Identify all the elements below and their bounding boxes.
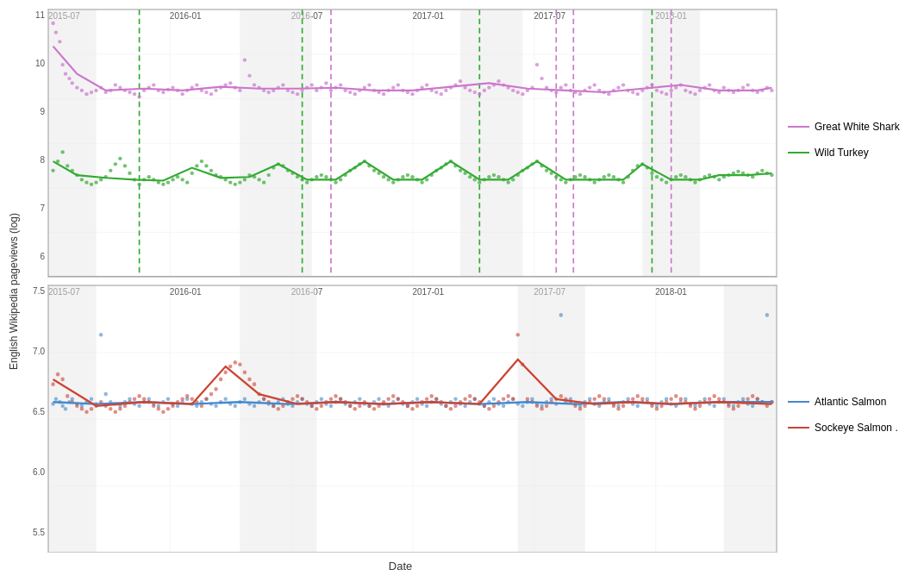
svg-point-298 bbox=[684, 175, 687, 178]
svg-point-23 bbox=[90, 91, 93, 94]
svg-point-363 bbox=[234, 404, 237, 408]
svg-point-555 bbox=[430, 394, 434, 398]
svg-point-178 bbox=[109, 169, 112, 172]
svg-point-586 bbox=[578, 406, 582, 410]
svg-point-81 bbox=[367, 83, 371, 86]
x-axis-label: Date bbox=[389, 560, 412, 573]
svg-point-186 bbox=[147, 175, 151, 178]
svg-point-621 bbox=[746, 397, 749, 401]
svg-point-517 bbox=[247, 377, 251, 381]
svg-point-294 bbox=[665, 181, 668, 185]
svg-point-556 bbox=[434, 397, 438, 401]
svg-point-65 bbox=[290, 91, 294, 94]
svg-point-393 bbox=[377, 397, 380, 401]
svg-point-515 bbox=[238, 362, 241, 366]
svg-point-193 bbox=[180, 178, 184, 181]
svg-point-155 bbox=[722, 86, 726, 90]
svg-point-190 bbox=[166, 181, 170, 185]
svg-point-551 bbox=[410, 406, 414, 410]
svg-point-172 bbox=[80, 178, 84, 181]
svg-point-593 bbox=[612, 404, 615, 408]
svg-point-500 bbox=[166, 406, 170, 410]
svg-point-361 bbox=[223, 397, 227, 401]
svg-point-582 bbox=[559, 394, 563, 398]
y-axis-label: English Wikipedia pageviews (log) bbox=[8, 212, 20, 369]
svg-point-605 bbox=[669, 397, 672, 401]
svg-point-197 bbox=[200, 160, 203, 163]
svg-point-142 bbox=[659, 91, 663, 94]
svg-point-409 bbox=[453, 397, 457, 401]
svg-point-86 bbox=[391, 86, 395, 90]
svg-point-203 bbox=[228, 181, 232, 185]
svg-point-578 bbox=[540, 406, 543, 410]
svg-point-152 bbox=[708, 83, 711, 86]
svg-point-141 bbox=[655, 89, 659, 92]
svg-point-271 bbox=[554, 175, 558, 178]
top-chart-area: 2015-07 2016-01 2016-07 2017-01 2017-07 … bbox=[47, 9, 777, 278]
svg-point-38 bbox=[161, 91, 165, 94]
main-container: English Wikipedia pageviews (log) 11 10 … bbox=[0, 0, 924, 582]
legend-item-shark: Great White Shark bbox=[788, 121, 915, 133]
svg-point-116 bbox=[535, 63, 539, 66]
svg-point-240 bbox=[406, 173, 409, 177]
svg-point-283 bbox=[612, 175, 615, 178]
svg-point-281 bbox=[602, 175, 606, 178]
svg-point-120 bbox=[554, 91, 558, 94]
svg-point-210 bbox=[262, 181, 265, 185]
svg-point-478 bbox=[60, 377, 64, 381]
svg-point-518 bbox=[253, 382, 256, 386]
svg-point-526 bbox=[290, 397, 294, 401]
svg-point-223 bbox=[324, 175, 328, 178]
svg-point-558 bbox=[444, 404, 447, 408]
svg-point-527 bbox=[296, 394, 299, 398]
svg-point-474 bbox=[765, 313, 769, 317]
svg-point-498 bbox=[157, 406, 160, 410]
svg-point-609 bbox=[689, 404, 692, 408]
svg-point-324 bbox=[54, 397, 58, 401]
svg-point-285 bbox=[621, 181, 625, 185]
svg-point-60 bbox=[267, 91, 271, 94]
svg-point-571 bbox=[506, 394, 509, 398]
svg-point-102 bbox=[468, 89, 471, 92]
svg-point-54 bbox=[238, 89, 241, 92]
svg-point-199 bbox=[209, 169, 213, 172]
svg-point-513 bbox=[228, 364, 232, 368]
svg-point-198 bbox=[204, 164, 208, 167]
svg-point-293 bbox=[659, 178, 663, 181]
svg-point-22 bbox=[84, 92, 88, 96]
svg-point-479 bbox=[66, 394, 69, 398]
svg-point-239 bbox=[401, 175, 404, 178]
svg-point-48 bbox=[209, 92, 213, 96]
svg-point-195 bbox=[190, 172, 194, 175]
svg-point-493 bbox=[133, 397, 136, 401]
svg-point-77 bbox=[348, 91, 352, 94]
svg-point-243 bbox=[420, 181, 423, 185]
svg-point-314 bbox=[760, 169, 764, 172]
svg-point-166 bbox=[51, 169, 54, 172]
svg-point-66 bbox=[296, 92, 299, 96]
svg-point-222 bbox=[320, 173, 323, 177]
svg-point-95 bbox=[434, 91, 438, 94]
svg-point-14 bbox=[54, 31, 58, 34]
svg-point-97 bbox=[444, 89, 447, 92]
svg-point-497 bbox=[152, 404, 155, 408]
svg-point-528 bbox=[300, 397, 303, 401]
svg-point-548 bbox=[396, 397, 400, 401]
svg-point-476 bbox=[51, 382, 54, 386]
svg-point-591 bbox=[602, 397, 606, 401]
svg-point-447 bbox=[636, 404, 640, 408]
svg-point-505 bbox=[190, 397, 194, 401]
svg-point-535 bbox=[334, 394, 337, 398]
svg-point-165 bbox=[770, 89, 773, 92]
svg-point-403 bbox=[425, 404, 428, 408]
svg-point-483 bbox=[84, 410, 88, 414]
svg-point-381 bbox=[320, 397, 323, 401]
svg-point-13 bbox=[51, 22, 54, 25]
svg-point-179 bbox=[114, 162, 117, 166]
svg-rect-320 bbox=[240, 285, 316, 553]
svg-point-21 bbox=[80, 89, 84, 92]
svg-point-602 bbox=[655, 406, 659, 410]
svg-point-125 bbox=[578, 92, 582, 96]
svg-point-495 bbox=[142, 397, 146, 401]
svg-point-471 bbox=[751, 404, 754, 408]
